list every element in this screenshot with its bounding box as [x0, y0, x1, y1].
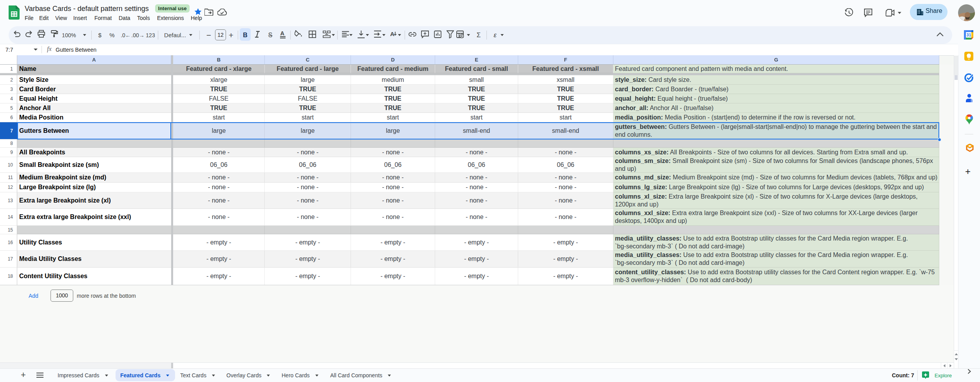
svg-text:31: 31 [967, 33, 971, 37]
svg-text:A: A [280, 30, 284, 36]
svg-text:A: A [390, 31, 394, 37]
